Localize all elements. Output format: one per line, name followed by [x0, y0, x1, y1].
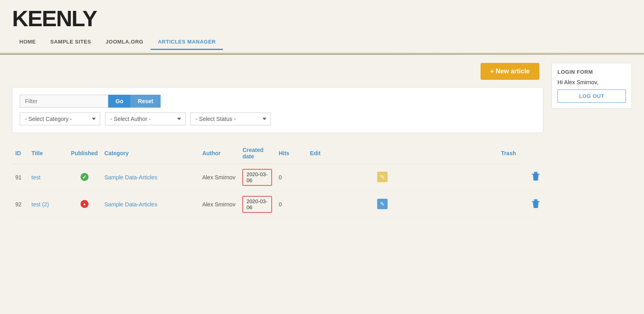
- trash-icon[interactable]: [531, 172, 540, 181]
- category-select[interactable]: - Select Category -: [20, 112, 100, 125]
- col-header-edit: Edit: [295, 143, 324, 164]
- cell-edit: [366, 164, 398, 191]
- logout-button[interactable]: LOG OUT: [557, 89, 626, 103]
- cell-category: Sample Data-Articles: [101, 164, 199, 191]
- cell-title: test (2): [28, 191, 68, 218]
- filter-row-2: - Select Category - - Select Author - - …: [20, 112, 536, 125]
- top-bar: + New article: [12, 63, 543, 80]
- articles-table: ID Title Published Category Author Creat…: [12, 143, 543, 218]
- filter-row-1: Go Reset: [20, 95, 536, 108]
- nav-item-sample-sites[interactable]: SAMPLE SITES: [43, 35, 98, 50]
- cell-author: Alex Smirnov: [199, 164, 239, 191]
- cell-published: [68, 164, 101, 191]
- date-highlight: 2020-03-06: [242, 196, 272, 213]
- col-header-category: Category: [101, 143, 199, 164]
- col-header-title: Title: [28, 143, 68, 164]
- cell-created-date: 2020-03-06: [239, 164, 275, 191]
- content-area: + New article Go Reset - Select Category…: [12, 63, 543, 218]
- reset-button[interactable]: Reset: [130, 95, 160, 108]
- date-highlight: 2020-03-06: [242, 169, 272, 186]
- cell-published: [68, 191, 101, 218]
- trash-icon[interactable]: [531, 199, 540, 209]
- cell-author: Alex Smirnov: [199, 191, 239, 218]
- category-link[interactable]: Sample Data-Articles: [104, 174, 157, 181]
- col-header-trash: Trash: [398, 143, 519, 164]
- article-title-link[interactable]: test (2): [31, 201, 49, 208]
- article-title-link[interactable]: test: [31, 174, 41, 181]
- nav-item-articles-manager[interactable]: ARTICLES MANAGER: [151, 35, 223, 50]
- nav-item-joomla[interactable]: JOOMLA.ORG: [98, 35, 151, 50]
- sidebar: LOGIN FORM Hi Alex Smirnov, LOG OUT: [551, 63, 632, 218]
- site-logo: KEENLY: [12, 7, 632, 30]
- col-header-id: ID: [12, 143, 28, 164]
- author-select[interactable]: - Select Author -: [105, 112, 186, 125]
- col-header-published: Published: [68, 143, 101, 164]
- filter-panel: Go Reset - Select Category - - Select Au…: [12, 87, 543, 133]
- go-button[interactable]: Go: [108, 95, 130, 108]
- svg-rect-0: [532, 174, 540, 175]
- unpublished-icon[interactable]: [80, 200, 89, 208]
- login-form-widget: LOGIN FORM Hi Alex Smirnov, LOG OUT: [551, 63, 632, 109]
- login-form-title: LOGIN FORM: [557, 69, 626, 75]
- table-row: 91testSample Data-ArticlesAlex Smirnov20…: [12, 164, 543, 191]
- published-icon[interactable]: [80, 173, 89, 181]
- col-header-author: Author: [199, 143, 239, 164]
- cell-trash: [519, 191, 543, 218]
- cell-hits: 0: [275, 164, 295, 191]
- table-row: 92test (2)Sample Data-ArticlesAlex Smirn…: [12, 191, 543, 218]
- cell-id: 92: [12, 191, 28, 218]
- edit-icon[interactable]: [377, 172, 388, 182]
- edit-icon[interactable]: [377, 199, 388, 209]
- cell-edit: [366, 191, 398, 218]
- svg-rect-3: [532, 201, 540, 202]
- cell-title: test: [28, 164, 68, 191]
- main-nav: HOME SAMPLE SITES JOOMLA.ORG ARTICLES MA…: [12, 35, 632, 49]
- user-greeting: Hi Alex Smirnov,: [557, 79, 626, 85]
- cell-trash: [519, 164, 543, 191]
- cell-created-date: 2020-03-06: [239, 191, 275, 218]
- filter-input[interactable]: [20, 95, 108, 108]
- new-article-button[interactable]: + New article: [481, 63, 539, 80]
- nav-item-home[interactable]: HOME: [12, 35, 43, 50]
- cell-id: 91: [12, 164, 28, 191]
- col-header-hits: Hits: [275, 143, 295, 164]
- status-select[interactable]: - Select Status -: [190, 112, 271, 125]
- category-link[interactable]: Sample Data-Articles: [104, 201, 157, 208]
- col-header-created-date: Created date: [239, 143, 275, 164]
- cell-hits: 0: [275, 191, 295, 218]
- cell-category: Sample Data-Articles: [101, 191, 199, 218]
